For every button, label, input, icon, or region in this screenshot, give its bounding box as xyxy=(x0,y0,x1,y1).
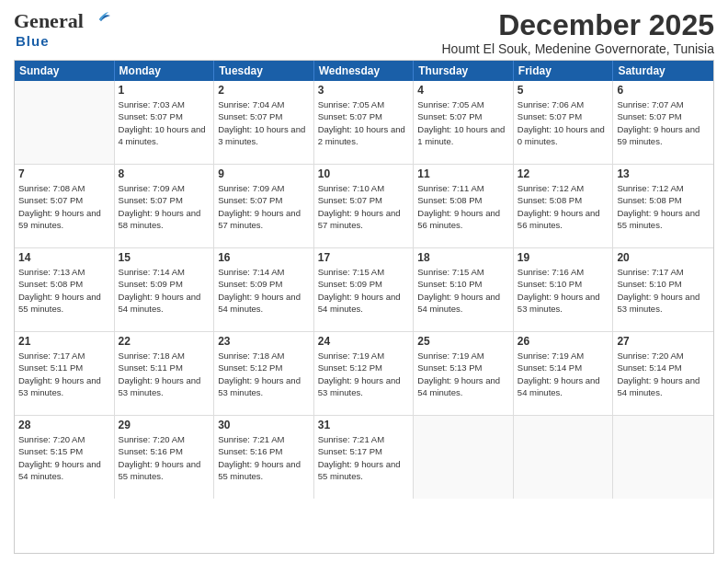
calendar-body: 1Sunrise: 7:03 AMSunset: 5:07 PMDaylight… xyxy=(15,81,713,499)
calendar-cell-4-5: 25Sunrise: 7:19 AMSunset: 5:13 PMDayligh… xyxy=(414,332,514,415)
day-number: 16 xyxy=(218,251,310,264)
calendar-cell-3-6: 19Sunrise: 7:16 AMSunset: 5:10 PMDayligh… xyxy=(514,248,614,331)
day-info: Sunrise: 7:12 AMSunset: 5:08 PMDaylight:… xyxy=(617,182,710,231)
day-number: 10 xyxy=(318,167,410,180)
logo: General Blue xyxy=(14,9,112,49)
header: General Blue December 2025 Houmt El Souk… xyxy=(14,9,714,56)
day-number: 22 xyxy=(119,335,210,348)
calendar-cell-1-7: 6Sunrise: 7:07 AMSunset: 5:07 PMDaylight… xyxy=(613,81,713,164)
calendar-cell-1-2: 1Sunrise: 7:03 AMSunset: 5:07 PMDaylight… xyxy=(115,81,215,164)
day-number: 28 xyxy=(18,419,110,431)
calendar-cell-3-2: 15Sunrise: 7:14 AMSunset: 5:09 PMDayligh… xyxy=(115,248,215,331)
day-info: Sunrise: 7:15 AMSunset: 5:09 PMDaylight:… xyxy=(318,266,410,315)
calendar-row-5: 28Sunrise: 7:20 AMSunset: 5:15 PMDayligh… xyxy=(15,416,713,499)
day-info: Sunrise: 7:09 AMSunset: 5:07 PMDaylight:… xyxy=(218,182,310,231)
day-info: Sunrise: 7:12 AMSunset: 5:08 PMDaylight:… xyxy=(518,182,609,231)
logo-bird-icon xyxy=(86,12,112,30)
day-info: Sunrise: 7:10 AMSunset: 5:07 PMDaylight:… xyxy=(318,182,410,231)
day-info: Sunrise: 7:07 AMSunset: 5:07 PMDaylight:… xyxy=(617,98,710,147)
day-info: Sunrise: 7:20 AMSunset: 5:14 PMDaylight:… xyxy=(617,350,710,398)
calendar-cell-1-6: 5Sunrise: 7:06 AMSunset: 5:07 PMDaylight… xyxy=(514,81,614,164)
day-info: Sunrise: 7:21 AMSunset: 5:16 PMDaylight:… xyxy=(218,433,310,482)
calendar-cell-2-6: 12Sunrise: 7:12 AMSunset: 5:08 PMDayligh… xyxy=(514,165,614,247)
day-number: 17 xyxy=(318,251,410,264)
day-number: 21 xyxy=(18,335,110,348)
day-number: 15 xyxy=(119,251,210,264)
day-info: Sunrise: 7:16 AMSunset: 5:10 PMDaylight:… xyxy=(518,266,609,315)
calendar-cell-1-1 xyxy=(15,81,115,164)
calendar-cell-3-1: 14Sunrise: 7:13 AMSunset: 5:08 PMDayligh… xyxy=(15,248,115,331)
day-number: 29 xyxy=(119,419,210,431)
day-number: 2 xyxy=(218,84,310,97)
calendar-cell-4-1: 21Sunrise: 7:17 AMSunset: 5:11 PMDayligh… xyxy=(15,332,115,415)
header-saturday: Saturday xyxy=(613,61,713,81)
day-number: 27 xyxy=(617,335,710,348)
calendar-cell-4-2: 22Sunrise: 7:18 AMSunset: 5:11 PMDayligh… xyxy=(115,332,215,415)
day-number: 18 xyxy=(417,251,509,264)
location-title: Houmt El Souk, Medenine Governorate, Tun… xyxy=(112,41,714,56)
day-number: 24 xyxy=(318,335,410,348)
calendar-row-2: 7Sunrise: 7:08 AMSunset: 5:07 PMDaylight… xyxy=(15,165,713,248)
day-number: 3 xyxy=(318,84,410,97)
day-number: 26 xyxy=(518,335,609,348)
calendar-cell-1-5: 4Sunrise: 7:05 AMSunset: 5:07 PMDaylight… xyxy=(414,81,514,164)
calendar-cell-3-4: 17Sunrise: 7:15 AMSunset: 5:09 PMDayligh… xyxy=(314,248,415,331)
day-info: Sunrise: 7:11 AMSunset: 5:08 PMDaylight:… xyxy=(417,182,509,231)
header-friday: Friday xyxy=(514,61,614,81)
day-info: Sunrise: 7:13 AMSunset: 5:08 PMDaylight:… xyxy=(18,266,110,315)
calendar-cell-5-6 xyxy=(514,416,614,499)
day-info: Sunrise: 7:19 AMSunset: 5:13 PMDaylight:… xyxy=(417,350,509,398)
day-info: Sunrise: 7:06 AMSunset: 5:07 PMDaylight:… xyxy=(518,98,609,147)
calendar-row-4: 21Sunrise: 7:17 AMSunset: 5:11 PMDayligh… xyxy=(15,332,713,416)
calendar-cell-5-3: 30Sunrise: 7:21 AMSunset: 5:16 PMDayligh… xyxy=(214,416,314,499)
calendar-cell-2-3: 9Sunrise: 7:09 AMSunset: 5:07 PMDaylight… xyxy=(214,165,314,247)
calendar-cell-5-4: 31Sunrise: 7:21 AMSunset: 5:17 PMDayligh… xyxy=(314,416,415,499)
calendar-cell-5-5 xyxy=(414,416,514,499)
day-number: 8 xyxy=(119,167,210,180)
calendar-cell-4-4: 24Sunrise: 7:19 AMSunset: 5:12 PMDayligh… xyxy=(314,332,415,415)
day-number: 25 xyxy=(417,335,509,348)
title-section: December 2025 Houmt El Souk, Medenine Go… xyxy=(112,9,714,56)
logo-general-text: General xyxy=(14,9,84,33)
logo-blue-text: Blue xyxy=(16,33,50,49)
day-info: Sunrise: 7:08 AMSunset: 5:07 PMDaylight:… xyxy=(18,182,110,231)
day-number: 11 xyxy=(417,167,509,180)
day-info: Sunrise: 7:19 AMSunset: 5:12 PMDaylight:… xyxy=(318,350,410,398)
calendar-row-3: 14Sunrise: 7:13 AMSunset: 5:08 PMDayligh… xyxy=(15,248,713,332)
calendar-cell-2-5: 11Sunrise: 7:11 AMSunset: 5:08 PMDayligh… xyxy=(414,165,514,247)
day-number: 7 xyxy=(18,167,110,180)
day-info: Sunrise: 7:15 AMSunset: 5:10 PMDaylight:… xyxy=(417,266,509,315)
calendar-cell-2-7: 13Sunrise: 7:12 AMSunset: 5:08 PMDayligh… xyxy=(613,165,713,247)
calendar-cell-1-3: 2Sunrise: 7:04 AMSunset: 5:07 PMDaylight… xyxy=(214,81,314,164)
day-info: Sunrise: 7:14 AMSunset: 5:09 PMDaylight:… xyxy=(218,266,310,315)
day-number: 4 xyxy=(417,84,509,97)
day-info: Sunrise: 7:20 AMSunset: 5:15 PMDaylight:… xyxy=(18,433,110,482)
day-number: 5 xyxy=(518,84,609,97)
header-tuesday: Tuesday xyxy=(214,61,314,81)
calendar-cell-5-7 xyxy=(613,416,713,499)
header-monday: Monday xyxy=(115,61,215,81)
day-info: Sunrise: 7:19 AMSunset: 5:14 PMDaylight:… xyxy=(518,350,609,398)
day-number: 30 xyxy=(218,419,310,431)
day-info: Sunrise: 7:17 AMSunset: 5:10 PMDaylight:… xyxy=(617,266,710,315)
calendar-cell-3-7: 20Sunrise: 7:17 AMSunset: 5:10 PMDayligh… xyxy=(613,248,713,331)
day-number: 13 xyxy=(617,167,710,180)
month-title: December 2025 xyxy=(112,9,714,41)
day-info: Sunrise: 7:21 AMSunset: 5:17 PMDaylight:… xyxy=(318,433,410,482)
calendar-cell-1-4: 3Sunrise: 7:05 AMSunset: 5:07 PMDaylight… xyxy=(314,81,415,164)
header-sunday: Sunday xyxy=(15,61,115,81)
calendar-cell-4-7: 27Sunrise: 7:20 AMSunset: 5:14 PMDayligh… xyxy=(613,332,713,415)
calendar-cell-4-3: 23Sunrise: 7:18 AMSunset: 5:12 PMDayligh… xyxy=(214,332,314,415)
day-info: Sunrise: 7:14 AMSunset: 5:09 PMDaylight:… xyxy=(119,266,210,315)
calendar: Sunday Monday Tuesday Wednesday Thursday… xyxy=(14,60,714,554)
header-wednesday: Wednesday xyxy=(314,61,415,81)
day-info: Sunrise: 7:18 AMSunset: 5:11 PMDaylight:… xyxy=(119,350,210,398)
calendar-cell-4-6: 26Sunrise: 7:19 AMSunset: 5:14 PMDayligh… xyxy=(514,332,614,415)
day-info: Sunrise: 7:05 AMSunset: 5:07 PMDaylight:… xyxy=(318,98,410,147)
day-number: 9 xyxy=(218,167,310,180)
page: General Blue December 2025 Houmt El Souk… xyxy=(0,0,728,563)
day-number: 6 xyxy=(617,84,710,97)
day-info: Sunrise: 7:09 AMSunset: 5:07 PMDaylight:… xyxy=(119,182,210,231)
day-info: Sunrise: 7:04 AMSunset: 5:07 PMDaylight:… xyxy=(218,98,310,147)
calendar-cell-2-4: 10Sunrise: 7:10 AMSunset: 5:07 PMDayligh… xyxy=(314,165,415,247)
